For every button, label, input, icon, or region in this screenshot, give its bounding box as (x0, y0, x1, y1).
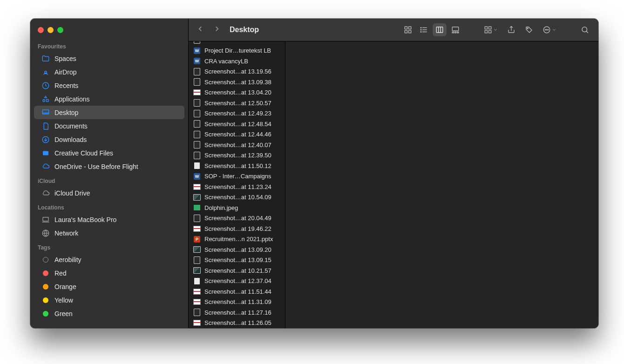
sidebar-item-network[interactable]: Network (34, 226, 184, 240)
sidebar-item-creative-cloud[interactable]: Creative Cloud Files (34, 146, 184, 160)
file-name: Project Dir…turetekst LB (204, 47, 271, 54)
svg-rect-13 (405, 27, 407, 29)
file-name: Screenshot…at 11.31.09 (204, 298, 271, 305)
search-button[interactable] (578, 23, 592, 36)
file-name: Screenshot…at 13.09.20 (204, 246, 271, 253)
file-row[interactable]: Screenshot…at 12.50.57 (189, 98, 285, 108)
file-row[interactable]: Screenshot…at 10.21.57 (189, 265, 285, 276)
tag-dot-icon (43, 284, 48, 290)
view-list-button[interactable] (417, 23, 431, 36)
file-row[interactable]: Screenshot…at 13.04.20 (189, 88, 285, 98)
sidebar-item-airdrop[interactable]: AirDrop (34, 65, 184, 79)
airdrop-icon (41, 68, 50, 76)
file-icon (193, 267, 201, 274)
svg-rect-30 (485, 27, 487, 29)
view-gallery-button[interactable] (448, 23, 462, 36)
file-name: Screenshot…at 13.09.15 (204, 256, 271, 263)
file-row[interactable]: Screenshot…at 13.09.15 (189, 255, 285, 266)
icloud-icon (41, 189, 50, 197)
view-icons-button[interactable] (401, 23, 415, 36)
sidebar-item-desktop[interactable]: Desktop (34, 106, 184, 119)
close-button[interactable] (38, 27, 44, 33)
sidebar-item-tag-orange[interactable]: Orange (34, 280, 184, 293)
file-row[interactable]: Screenshot…at 12.40.07 (189, 140, 285, 150)
minimize-button[interactable] (47, 27, 54, 33)
share-button[interactable] (504, 23, 518, 36)
svg-rect-4 (42, 110, 49, 114)
preview-pane (285, 41, 598, 328)
file-row[interactable]: Screenshot…at 13.09.38 (189, 77, 285, 88)
file-row[interactable]: Screenshot…at 12.48.54 (189, 119, 285, 129)
group-button[interactable] (481, 23, 501, 36)
sidebar-item-onedrive[interactable]: OneDrive - Use Before Flight (34, 160, 184, 173)
file-name: Screenshot…at 12.39.50 (204, 152, 271, 159)
file-row[interactable]: Screenshot…at 20.04.49 (189, 213, 285, 224)
file-name: Screenshot…at 11.27.16 (204, 309, 271, 316)
back-button[interactable] (196, 25, 204, 35)
zoom-button[interactable] (57, 27, 63, 33)
file-icon (193, 162, 201, 169)
file-name: Screenshot…at 12.37.04 (204, 277, 271, 284)
sidebar-item-spaces[interactable]: Spaces (34, 52, 184, 65)
window-title: Desktop (230, 26, 259, 34)
file-row[interactable]: Screenshot…at 11.26.05 (189, 318, 285, 329)
sidebar-item-label: Orange (54, 283, 76, 290)
file-icon (193, 89, 201, 96)
file-row[interactable]: Dolphin.jpeg (189, 202, 285, 213)
sidebar-item-documents[interactable]: Documents (34, 119, 184, 133)
file-row[interactable]: Recruitmen…n 2021.pptx (189, 234, 285, 245)
file-row[interactable]: Screenshot…at 11.50.12 (189, 161, 285, 171)
svg-point-40 (582, 27, 587, 32)
svg-rect-14 (409, 27, 411, 29)
file-row[interactable]: Screenshot…at 13.09.20 (189, 244, 285, 255)
file-row[interactable]: Screenshot…at 10.54.09 (189, 192, 285, 203)
file-name: Screenshot…at 11.50.12 (204, 162, 271, 169)
sidebar-item-this-mac[interactable]: Laura's MacBook Pro (34, 213, 184, 226)
sidebar-item-downloads[interactable]: Downloads (34, 133, 184, 146)
more-button[interactable] (540, 23, 559, 36)
sidebar: FavouritesSpacesAirDropRecentsApplicatio… (30, 19, 189, 328)
desktop-icon (41, 108, 50, 117)
svg-point-21 (421, 29, 421, 30)
file-row[interactable]: Screenshot…at 12.39.50 (189, 150, 285, 161)
sidebar-item-tag-red[interactable]: Red (34, 266, 184, 280)
tag-dot-icon (43, 297, 48, 303)
file-row[interactable]: CRA vacancyLB (189, 56, 285, 67)
svg-point-22 (421, 32, 421, 33)
finder-window: FavouritesSpacesAirDropRecentsApplicatio… (30, 19, 598, 328)
file-row[interactable]: Screenshot…at 11.27.16 (189, 307, 285, 318)
sidebar-item-tag-green[interactable]: Green (34, 307, 184, 320)
file-icon (193, 277, 201, 285)
file-row[interactable]: Screenshot…at 12.49.23 (189, 108, 285, 119)
download-icon (41, 135, 50, 144)
file-column[interactable]: Project Dir…turetekst LBCRA vacancyLBScr… (189, 41, 285, 328)
file-row[interactable]: Screenshot…at 12.44.46 (189, 129, 285, 140)
file-row[interactable]: Screenshot…at 11.51.44 (189, 286, 285, 297)
view-columns-button[interactable] (433, 23, 447, 36)
svg-rect-8 (43, 151, 48, 155)
file-row[interactable]: Screenshot…at 13.19.56 (189, 67, 285, 77)
sidebar-item-label: Red (54, 270, 67, 277)
file-row[interactable]: SOP - Inter…Campaigns (189, 171, 285, 182)
svg-point-35 (527, 28, 528, 29)
file-row[interactable]: Screenshot…at 12.37.04 (189, 276, 285, 287)
sidebar-item-icloud-drive[interactable]: iCloud Drive (34, 186, 184, 200)
sidebar-item-recents[interactable]: Recents (34, 79, 184, 92)
tags-button[interactable] (522, 23, 536, 36)
cloud-icon (41, 162, 50, 171)
svg-point-20 (421, 27, 421, 28)
sidebar-item-applications[interactable]: Applications (34, 92, 184, 106)
file-row[interactable]: Screenshot…at 19.46.22 (189, 223, 285, 234)
file-icon (193, 99, 201, 107)
file-row[interactable]: Screenshot…at 11.23.24 (189, 182, 285, 192)
sidebar-item-tag-yellow[interactable]: Yellow (34, 293, 184, 307)
file-row[interactable]: Screenshot…at 11.31.09 (189, 297, 285, 308)
forward-button[interactable] (213, 25, 221, 35)
file-name: Screenshot…at 11.23.24 (204, 183, 271, 190)
file-row[interactable]: Project Dir…turetekst LB (189, 46, 285, 56)
file-row[interactable] (189, 41, 285, 46)
sidebar-item-label: OneDrive - Use Before Flight (54, 163, 138, 170)
svg-rect-16 (409, 31, 411, 33)
sidebar-item-tag-aerobility[interactable]: Aerobility (34, 253, 184, 266)
network-icon (41, 229, 50, 237)
